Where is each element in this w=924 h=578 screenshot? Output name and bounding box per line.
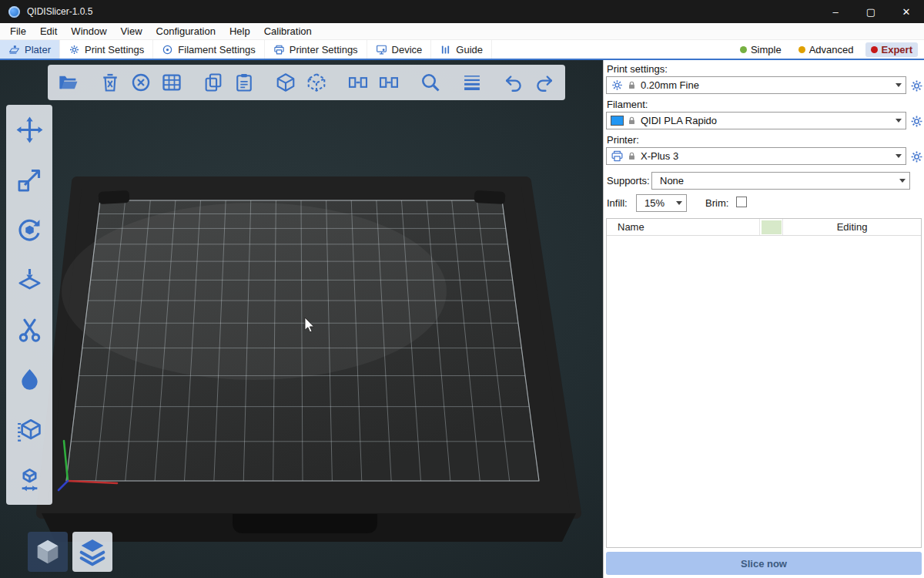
maximize-button[interactable]: ▢ xyxy=(853,0,889,23)
place-on-face-button[interactable] xyxy=(12,262,47,297)
printer-icon xyxy=(611,150,624,163)
tab-guide[interactable]: Guide xyxy=(431,40,492,59)
menu-item-calibration[interactable]: Calibration xyxy=(257,23,319,39)
bed-clip-right xyxy=(474,190,506,204)
undo-button[interactable] xyxy=(500,68,527,97)
lock-icon xyxy=(627,116,637,126)
paste-icon xyxy=(233,72,255,93)
printer-gear-button[interactable] xyxy=(909,150,924,164)
copy-button[interactable] xyxy=(199,68,227,97)
paste-button[interactable] xyxy=(230,68,258,97)
menu-item-edit[interactable]: Edit xyxy=(33,23,64,39)
lock-icon xyxy=(627,80,637,90)
mode-switcher: SimpleAdvancedExpert xyxy=(735,40,924,59)
title-bar: QIDISlicer-1.0.5 – ▢ ✕ xyxy=(0,0,924,23)
delete-all-button[interactable] xyxy=(127,68,155,97)
scale-button[interactable] xyxy=(12,162,47,197)
arrange-icon xyxy=(161,72,182,93)
split-objects-button[interactable] xyxy=(272,68,300,97)
delete-icon xyxy=(99,72,121,93)
menu-item-help[interactable]: Help xyxy=(223,23,257,39)
printer-value: X-Plus 3 xyxy=(641,150,892,162)
measure-icon xyxy=(15,416,44,445)
device-icon xyxy=(376,44,387,55)
slice-now-button[interactable]: Slice now xyxy=(606,552,922,575)
scale-to-fit-button[interactable] xyxy=(12,462,47,498)
mode-expert[interactable]: Expert xyxy=(865,42,918,57)
window-title: QIDISlicer-1.0.5 xyxy=(27,6,92,17)
mode-simple[interactable]: Simple xyxy=(735,42,787,57)
menu-item-view[interactable]: View xyxy=(114,23,149,39)
delete-all-icon xyxy=(130,72,152,93)
tab-label: Guide xyxy=(456,44,483,55)
viewport-3d[interactable] xyxy=(0,60,603,578)
minimize-button[interactable]: – xyxy=(818,0,853,23)
filament-gear-button[interactable] xyxy=(909,114,924,129)
dropdown-arrow-icon xyxy=(896,154,902,158)
tab-bar: PlaterPrint SettingsFilament SettingsPri… xyxy=(0,40,924,60)
variable-layer-height-button[interactable] xyxy=(458,68,486,97)
printer-combo[interactable]: X-Plus 3 xyxy=(606,147,906,165)
tab-label: Filament Settings xyxy=(178,44,255,55)
gear-icon xyxy=(909,79,924,93)
add-instance-button[interactable] xyxy=(344,68,372,97)
editor-3d-view-button[interactable] xyxy=(28,532,68,572)
tab-device[interactable]: Device xyxy=(367,40,432,59)
split-parts-button[interactable] xyxy=(303,68,330,97)
redo-button[interactable] xyxy=(531,68,558,97)
rotate-button[interactable] xyxy=(12,212,47,247)
move-button[interactable] xyxy=(12,112,47,147)
remove-instance-button[interactable] xyxy=(375,68,403,97)
undo-icon xyxy=(503,72,524,93)
brim-label: Brim: xyxy=(705,197,728,209)
printer-label: Printer: xyxy=(607,134,639,146)
print-profile-icon xyxy=(611,79,624,92)
close-button[interactable]: ✕ xyxy=(889,0,924,23)
print-settings-combo[interactable]: 0.20mm Fine xyxy=(606,76,906,94)
filament-settings-icon xyxy=(162,44,173,55)
search-button[interactable] xyxy=(417,68,444,97)
brim-checkbox[interactable] xyxy=(736,197,747,207)
infill-label: Infill: xyxy=(607,197,628,209)
remove-instance-icon xyxy=(378,72,400,93)
filament-label: Filament: xyxy=(607,99,648,110)
print-settings-value: 0.20mm Fine xyxy=(641,79,892,91)
seam-paint-icon xyxy=(15,366,44,395)
mode-dot-icon xyxy=(871,46,878,53)
measure-button[interactable] xyxy=(12,412,47,448)
dropdown-arrow-icon xyxy=(899,179,906,183)
preview-layers-view-icon xyxy=(77,536,108,567)
view-toggle xyxy=(28,532,112,572)
infill-combo[interactable]: 15% xyxy=(636,194,687,212)
object-list[interactable]: Name Editing xyxy=(606,218,922,548)
tab-label: Device xyxy=(392,44,423,55)
dropdown-arrow-icon xyxy=(676,201,682,205)
scale-icon xyxy=(15,166,44,194)
column-header-editing: Editing xyxy=(783,219,921,235)
mode-advanced[interactable]: Advanced xyxy=(793,42,859,57)
supports-combo[interactable]: None xyxy=(651,172,910,190)
menu-item-window[interactable]: Window xyxy=(64,23,113,39)
tab-label: Plater xyxy=(25,44,51,55)
menu-item-file[interactable]: File xyxy=(3,23,33,39)
open-folder-button[interactable] xyxy=(55,68,82,97)
print-bed-scene xyxy=(0,60,603,578)
supports-label: Supports: xyxy=(607,175,650,187)
tab-plater[interactable]: Plater xyxy=(0,40,60,59)
tab-printer-settings[interactable]: Printer Settings xyxy=(265,40,367,59)
filament-combo[interactable]: QIDI PLA Rapido xyxy=(606,112,906,129)
menu-item-configuration[interactable]: Configuration xyxy=(149,23,223,39)
top-toolbar xyxy=(48,65,565,100)
app-logo-icon xyxy=(8,6,20,18)
arrange-button[interactable] xyxy=(158,68,186,97)
delete-button[interactable] xyxy=(96,68,124,97)
tab-filament-settings[interactable]: Filament Settings xyxy=(153,40,264,59)
preview-layers-view-button[interactable] xyxy=(72,532,112,572)
tab-print-settings[interactable]: Print Settings xyxy=(60,40,153,59)
tab-label: Printer Settings xyxy=(290,44,358,55)
cut-button[interactable] xyxy=(12,312,47,348)
dropdown-arrow-icon xyxy=(896,119,902,123)
gear-icon xyxy=(909,150,924,164)
print-settings-gear-button[interactable] xyxy=(909,79,924,93)
seam-paint-button[interactable] xyxy=(12,362,47,398)
